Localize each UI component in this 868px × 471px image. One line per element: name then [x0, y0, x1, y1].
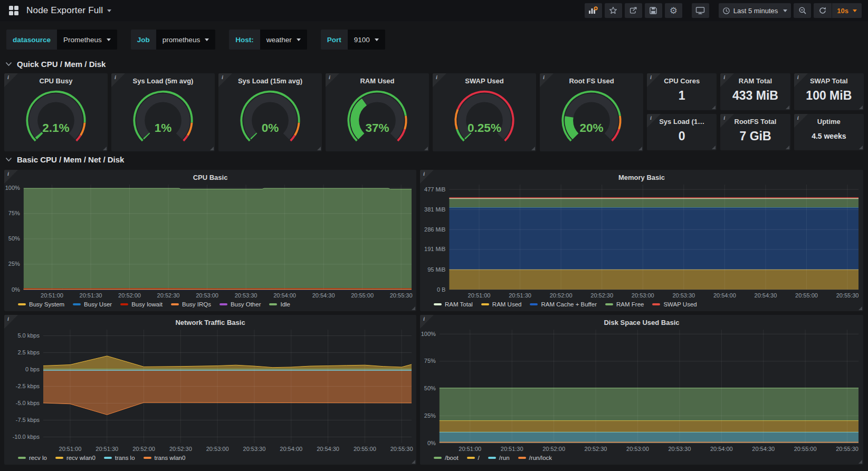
- svg-text:0 bps: 0 bps: [25, 366, 40, 372]
- legend-item-ram-used[interactable]: RAM Used: [481, 301, 522, 307]
- dashboard-settings-button[interactable]: ⚙: [665, 3, 682, 18]
- panel-info-corner[interactable]: [720, 114, 734, 128]
- svg-text:0 B: 0 B: [437, 286, 446, 293]
- legend-item-busy-system[interactable]: Busy System: [18, 301, 64, 307]
- variable-value-dropdown[interactable]: prometheus: [156, 30, 215, 50]
- cycle-view-mode-button[interactable]: [692, 3, 709, 18]
- legend-item-boot[interactable]: /boot: [434, 455, 459, 461]
- panel-resize-handle[interactable]: [317, 147, 321, 150]
- legend-item-busy-irqs[interactable]: Busy IRQs: [171, 301, 211, 307]
- panel-info-corner[interactable]: [4, 315, 18, 329]
- time-range-caret-icon: [783, 9, 787, 12]
- legend-item-ram-free[interactable]: RAM Free: [605, 301, 644, 307]
- panel-resize-handle[interactable]: [859, 105, 863, 109]
- panel-resize-handle[interactable]: [859, 306, 862, 310]
- stat-panel-ram-total: iRAM Total433 MiB: [720, 73, 790, 110]
- panel-info-corner[interactable]: [647, 73, 661, 87]
- panel-info-corner[interactable]: [433, 73, 446, 87]
- variable-value-dropdown[interactable]: 9100: [348, 30, 385, 50]
- panel-info-corner[interactable]: [111, 73, 125, 87]
- legend-label: Idle: [280, 301, 290, 307]
- panel-title[interactable]: RootFS Total: [735, 114, 777, 126]
- panel-title[interactable]: SWAP Used: [433, 73, 536, 85]
- dashboards-grid-icon[interactable]: [8, 5, 19, 16]
- panel-resize-handle[interactable]: [531, 147, 535, 150]
- panel-title[interactable]: Sys Load (1…: [659, 114, 704, 126]
- panel-info-corner[interactable]: [4, 73, 18, 87]
- panel-info-corner[interactable]: [794, 73, 808, 87]
- dashboard-title[interactable]: Node Exporter Full: [26, 5, 103, 16]
- panel-info-corner[interactable]: [218, 73, 232, 87]
- time-range-picker[interactable]: Last 5 minutes: [719, 3, 791, 18]
- panel-resize-handle[interactable]: [412, 460, 415, 464]
- panel-resize-handle[interactable]: [712, 105, 716, 109]
- panel-resize-handle[interactable]: [786, 105, 789, 109]
- share-dashboard-button[interactable]: [625, 3, 642, 18]
- zoom-out-time-button[interactable]: [794, 3, 811, 18]
- star-dashboard-button[interactable]: [605, 3, 622, 18]
- variable-label: Job: [131, 30, 156, 50]
- panel-title[interactable]: Sys Load (15m avg): [218, 73, 322, 85]
- legend-item-recv-wlan0[interactable]: recv wlan0: [55, 455, 96, 461]
- add-panel-button[interactable]: [585, 3, 602, 18]
- panel-resize-handle[interactable]: [859, 460, 862, 464]
- panel-title[interactable]: Uptime: [817, 114, 841, 126]
- legend-item-recv-lo[interactable]: recv lo: [18, 455, 47, 461]
- panel-title[interactable]: Sys Load (5m avg): [111, 73, 215, 85]
- legend-item-busy-user[interactable]: Busy User: [73, 301, 112, 307]
- panel-info-corner[interactable]: [647, 114, 661, 128]
- variable-value-dropdown[interactable]: Prometheus: [57, 30, 117, 50]
- save-dashboard-button[interactable]: [645, 3, 662, 18]
- panel-title[interactable]: Network Traffic Basic: [4, 315, 416, 326]
- panel-title[interactable]: Root FS Used: [540, 73, 643, 85]
- panel-resize-handle[interactable]: [424, 147, 428, 150]
- section-quick-cpu-mem-disk[interactable]: Quick CPU / Mem / Disk: [0, 55, 868, 72]
- panel-title[interactable]: RAM Used: [326, 73, 429, 85]
- panel-title[interactable]: RAM Total: [739, 73, 772, 85]
- legend-item-run[interactable]: /run: [488, 455, 510, 461]
- panel-resize-handle[interactable]: [412, 306, 415, 310]
- panel-info-corner[interactable]: [720, 73, 734, 87]
- panel-info-corner[interactable]: [420, 315, 434, 329]
- legend-item-trans-wlan0[interactable]: trans wlan0: [144, 455, 186, 461]
- refresh-button[interactable]: [814, 3, 832, 18]
- legend-item-item[interactable]: /: [467, 455, 480, 461]
- panel-title[interactable]: Disk Space Used Basic: [420, 315, 863, 326]
- panel-resize-handle[interactable]: [712, 146, 716, 149]
- panel-title[interactable]: CPU Cores: [664, 73, 700, 85]
- svg-text:20:53:30: 20:53:30: [672, 292, 695, 299]
- panel-info-corner[interactable]: [794, 114, 808, 128]
- panel-info-corner[interactable]: [4, 170, 18, 184]
- panel-title[interactable]: Memory Basic: [420, 170, 863, 181]
- section-basic-cpu-mem-net-disk[interactable]: Basic CPU / Mem / Net / Disk: [0, 150, 868, 168]
- legend-item-trans-lo[interactable]: trans lo: [104, 455, 135, 461]
- variable-value-dropdown[interactable]: weather: [260, 30, 307, 50]
- panel-resize-handle[interactable]: [786, 146, 789, 149]
- chart-legend: recv lorecv wlan0trans lotrans wlan0: [4, 454, 416, 465]
- legend-item-busy-iowait[interactable]: Busy Iowait: [120, 301, 163, 307]
- section-title: Quick CPU / Mem / Disk: [17, 60, 106, 69]
- panel-title[interactable]: CPU Busy: [4, 73, 108, 85]
- legend-label: trans lo: [115, 455, 135, 461]
- refresh-interval-picker[interactable]: 10s: [832, 3, 862, 18]
- panel-info-corner[interactable]: [326, 73, 339, 87]
- panel-resize-handle[interactable]: [210, 147, 214, 150]
- panel-title[interactable]: CPU Basic: [4, 170, 416, 181]
- legend-item-run-lock[interactable]: /run/lock: [518, 455, 552, 461]
- panel-resize-handle[interactable]: [103, 147, 107, 150]
- panel-info-corner[interactable]: [540, 73, 554, 87]
- legend-item-ram-cache-buffer[interactable]: RAM Cache + Buffer: [530, 301, 597, 307]
- title-caret-icon[interactable]: [107, 9, 111, 12]
- legend-item-busy-other[interactable]: Busy Other: [220, 301, 261, 307]
- legend-item-swap-used[interactable]: SWAP Used: [652, 301, 697, 307]
- panel-resize-handle[interactable]: [859, 146, 863, 149]
- svg-text:37%: 37%: [365, 121, 389, 134]
- legend-swatch: [530, 303, 538, 305]
- save-icon: [649, 6, 657, 15]
- panel-info-corner[interactable]: [420, 170, 434, 184]
- legend-item-ram-total[interactable]: RAM Total: [434, 301, 473, 307]
- panel-title[interactable]: SWAP Total: [810, 73, 848, 85]
- legend-item-idle[interactable]: Idle: [269, 301, 290, 307]
- svg-text:20:52:00: 20:52:00: [542, 446, 565, 452]
- panel-resize-handle[interactable]: [638, 147, 642, 150]
